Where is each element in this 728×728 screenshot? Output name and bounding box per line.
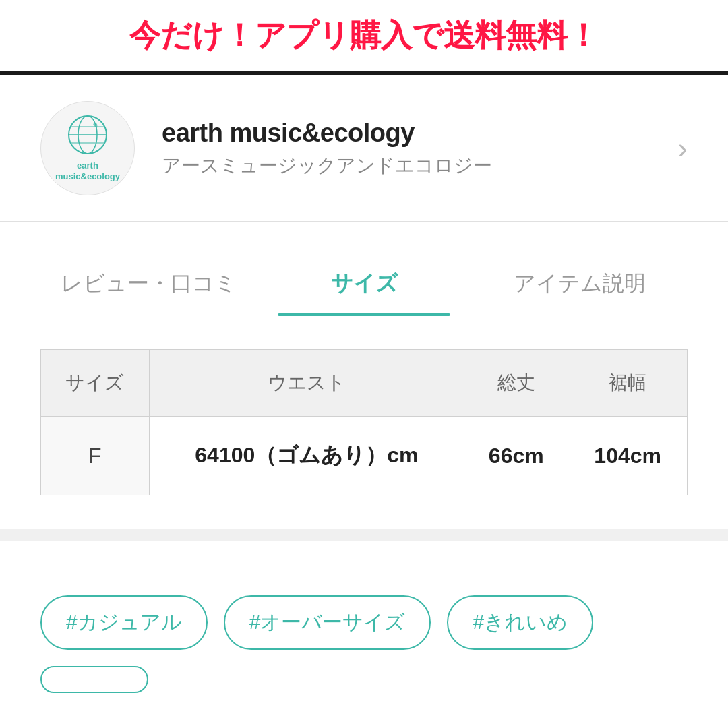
tab-description[interactable]: アイテム説明	[472, 255, 688, 315]
brand-logo: earthmusic&ecology	[40, 101, 135, 195]
col-waist: ウエスト	[149, 350, 464, 417]
table-row: F 64100（ゴムあり）cm 66cm 104cm	[41, 417, 688, 495]
cell-size: F	[41, 417, 150, 495]
tag-partial[interactable]	[40, 666, 148, 693]
brand-info: earth music&ecology アースミュージックアンドエコロジー	[162, 119, 664, 179]
tab-size[interactable]: サイズ	[256, 255, 472, 315]
tag-kirei[interactable]: #きれいめ	[447, 595, 593, 650]
promo-banner-text: 今だけ！アプリ購入で送料無料！	[129, 18, 599, 53]
brand-name-jp: アースミュージックアンドエコロジー	[162, 153, 664, 179]
col-hem: 裾幅	[568, 350, 688, 417]
col-size: サイズ	[41, 350, 150, 417]
earth-logo-icon	[67, 115, 108, 155]
brand-logo-text: earthmusic&ecology	[55, 160, 120, 181]
tags-row-2	[40, 666, 688, 693]
promo-banner: 今だけ！アプリ購入で送料無料！	[0, 0, 728, 75]
cell-waist: 64100（ゴムあり）cm	[149, 417, 464, 495]
size-table: サイズ ウエスト 総丈 裾幅 F 64100（ゴムあり）cm 66cm 104c…	[40, 349, 688, 495]
tag-casual[interactable]: #カジュアル	[40, 595, 208, 650]
size-table-section: サイズ ウエスト 総丈 裾幅 F 64100（ゴムあり）cm 66cm 104c…	[0, 315, 728, 529]
cell-length: 66cm	[464, 417, 568, 495]
table-header-row: サイズ ウエスト 総丈 裾幅	[41, 350, 688, 417]
tags-row: #カジュアル #オーバーサイズ #きれいめ	[40, 595, 688, 650]
tags-section: #カジュアル #オーバーサイズ #きれいめ	[0, 582, 728, 728]
brand-name-en: earth music&ecology	[162, 119, 664, 148]
cell-hem: 104cm	[568, 417, 688, 495]
brand-row[interactable]: earthmusic&ecology earth music&ecology ア…	[0, 75, 728, 222]
tab-review[interactable]: レビュー・口コミ	[40, 255, 256, 315]
tabs-row: レビュー・口コミ サイズ アイテム説明	[40, 255, 688, 315]
tag-oversize[interactable]: #オーバーサイズ	[224, 595, 431, 650]
tabs-section: レビュー・口コミ サイズ アイテム説明	[0, 222, 728, 315]
section-divider	[0, 529, 728, 541]
col-length: 総丈	[464, 350, 568, 417]
brand-chevron-icon[interactable]: ›	[677, 131, 688, 165]
